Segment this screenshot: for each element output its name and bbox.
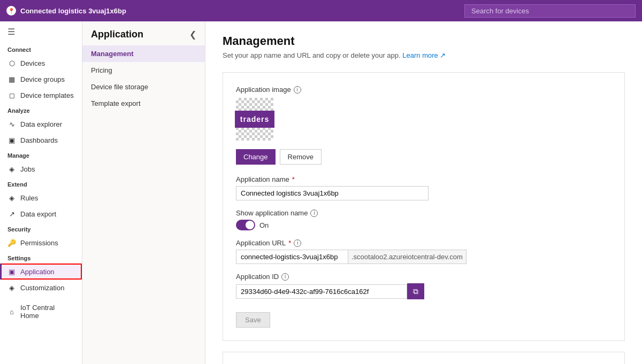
toggle-on-label: On bbox=[259, 221, 269, 229]
section-security-label: Security bbox=[0, 222, 82, 235]
content-area: Management Set your app name and URL and… bbox=[205, 21, 642, 364]
toggle-row: On bbox=[236, 220, 612, 230]
page-subtitle: Set your app name and URL and copy or de… bbox=[223, 51, 625, 59]
management-card: Application image i traders Change Remov… bbox=[223, 72, 625, 341]
data-explorer-icon: ∿ bbox=[7, 120, 16, 128]
jobs-icon: ◈ bbox=[7, 165, 16, 173]
sidebar-item-iot-central-home[interactable]: ⌂ IoT Central Home bbox=[0, 300, 82, 323]
section-analyze-label: Analyze bbox=[0, 103, 82, 116]
sidebar-item-device-groups[interactable]: ▦ Device groups bbox=[0, 71, 82, 87]
remove-image-button[interactable]: Remove bbox=[280, 149, 322, 165]
copy-application-card: Copy application i Create a copy of this… bbox=[223, 352, 625, 364]
sidebar-item-data-export[interactable]: ↗ Data export bbox=[0, 206, 82, 222]
app-id-row: ⧉ bbox=[236, 283, 612, 299]
app-url-input[interactable] bbox=[236, 250, 348, 264]
sidebar-item-rules[interactable]: ◈ Rules bbox=[0, 190, 82, 206]
search-input[interactable] bbox=[464, 4, 636, 18]
sidebar-item-device-templates[interactable]: ◻ Device templates bbox=[0, 87, 82, 103]
sidebar-item-permissions[interactable]: 🔑 Permissions bbox=[0, 235, 82, 251]
learn-more-link[interactable]: Learn more ↗ bbox=[402, 51, 446, 59]
mid-panel-close-button[interactable]: ❮ bbox=[189, 29, 196, 40]
show-app-name-label: Show application name i bbox=[236, 209, 612, 217]
section-manage-label: Manage bbox=[0, 148, 82, 161]
mid-item-device-file-storage[interactable]: Device file storage bbox=[82, 79, 205, 95]
iot-home-icon: ⌂ bbox=[7, 307, 16, 316]
sidebar-item-jobs[interactable]: ◈ Jobs bbox=[0, 161, 82, 177]
dashboards-icon: ▣ bbox=[7, 136, 16, 144]
toggle-knob bbox=[246, 221, 254, 229]
app-name-required: * bbox=[292, 175, 295, 183]
customization-icon: ◈ bbox=[7, 283, 16, 292]
app-url-field: Application URL * i .scootaloo2.azureiot… bbox=[236, 239, 612, 264]
application-icon: ▣ bbox=[7, 267, 16, 276]
devices-icon: ⬡ bbox=[7, 59, 16, 67]
section-extend-label: Extend bbox=[0, 177, 82, 190]
mid-panel-header: Application ❮ bbox=[82, 21, 205, 45]
show-app-name-info-icon[interactable]: i bbox=[310, 210, 318, 217]
show-app-name-field: Show application name i On bbox=[236, 209, 612, 230]
sidebar-item-data-explorer[interactable]: ∿ Data explorer bbox=[0, 116, 82, 132]
app-url-row: .scootaloo2.azureiotcentral-dev.com bbox=[236, 250, 503, 264]
mid-item-pricing[interactable]: Pricing bbox=[82, 62, 205, 79]
sidebar-item-dashboards[interactable]: ▣ Dashboards bbox=[0, 132, 82, 148]
app-logo-icon: 📍 bbox=[6, 6, 16, 16]
app-image-info-icon[interactable]: i bbox=[294, 86, 301, 94]
mid-item-management[interactable]: Management bbox=[82, 45, 205, 62]
app-image-field: Application image i traders bbox=[236, 86, 612, 141]
sidebar-item-customization[interactable]: ◈ Customization bbox=[0, 280, 82, 296]
change-image-button[interactable]: Change bbox=[236, 149, 276, 165]
page-title: Management bbox=[223, 34, 625, 48]
sidebar-item-application[interactable]: ▣ Application bbox=[0, 264, 82, 280]
app-id-info-icon[interactable]: i bbox=[281, 273, 289, 281]
mid-item-template-export[interactable]: Template export bbox=[82, 95, 205, 112]
save-button[interactable]: Save bbox=[236, 312, 270, 328]
app-name-field: Application name * bbox=[236, 175, 612, 200]
app-id-field: Application ID i ⧉ bbox=[236, 273, 612, 299]
sidebar: ☰ Connect ⬡ Devices ▦ Device groups ◻ De… bbox=[0, 21, 82, 364]
app-id-label: Application ID i bbox=[236, 273, 612, 281]
copy-id-button[interactable]: ⧉ bbox=[407, 283, 424, 299]
section-connect-label: Connect bbox=[0, 42, 82, 55]
app-url-info-icon[interactable]: i bbox=[294, 239, 301, 247]
app-url-required: * bbox=[288, 239, 291, 247]
hamburger-menu[interactable]: ☰ bbox=[0, 21, 82, 42]
sidebar-item-devices[interactable]: ⬡ Devices bbox=[0, 55, 82, 71]
mid-panel-title: Application bbox=[91, 29, 143, 40]
data-export-icon: ↗ bbox=[7, 210, 16, 218]
main-layout: ☰ Connect ⬡ Devices ▦ Device groups ◻ De… bbox=[0, 21, 642, 364]
app-logo: traders bbox=[235, 111, 274, 128]
image-buttons: Change Remove bbox=[236, 149, 612, 165]
topbar: 📍 Connected logistics 3vuaj1x6bp bbox=[0, 0, 642, 21]
device-groups-icon: ▦ bbox=[7, 75, 16, 83]
url-suffix: .scootaloo2.azureiotcentral-dev.com bbox=[348, 250, 467, 264]
device-templates-icon: ◻ bbox=[7, 91, 16, 99]
app-image-label: Application image i bbox=[236, 86, 612, 94]
rules-icon: ◈ bbox=[7, 193, 16, 202]
mid-panel: Application ❮ Management Pricing Device … bbox=[82, 21, 205, 364]
app-name-label: Application name * bbox=[236, 175, 612, 183]
app-url-label: Application URL * i bbox=[236, 239, 612, 247]
app-name-input[interactable] bbox=[236, 186, 429, 200]
app-title: 📍 Connected logistics 3vuaj1x6bp bbox=[6, 6, 126, 16]
permissions-icon: 🔑 bbox=[7, 238, 16, 247]
section-settings-label: Settings bbox=[0, 251, 82, 264]
app-id-input bbox=[236, 284, 407, 299]
show-app-name-toggle[interactable] bbox=[236, 220, 255, 230]
app-image-wrapper: traders bbox=[236, 98, 273, 141]
